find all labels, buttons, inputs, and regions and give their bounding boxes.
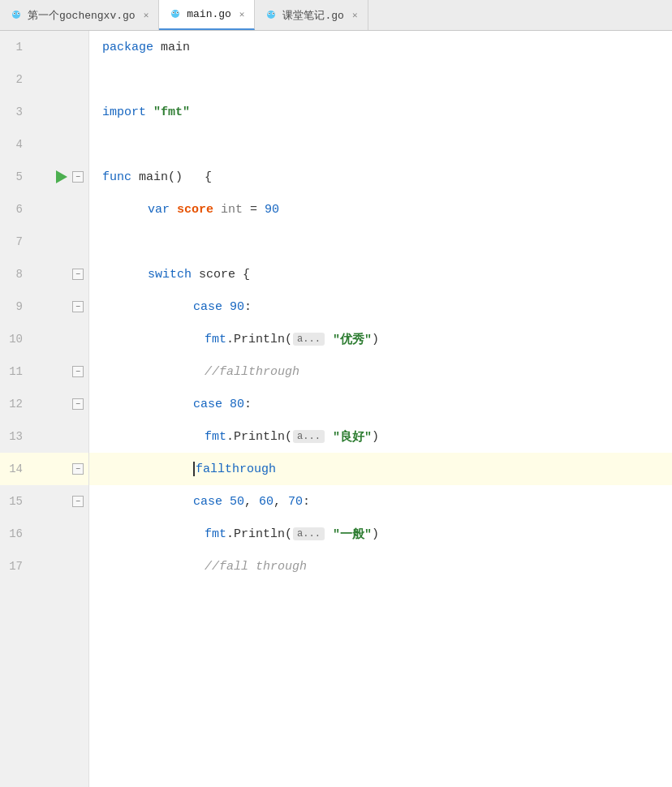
- fold-icon-8[interactable]: −: [72, 269, 84, 280]
- svg-point-14: [274, 12, 274, 13]
- tab-notes-close[interactable]: ✕: [352, 10, 358, 20]
- line-icons-5: −: [31, 170, 88, 183]
- token-5-1: func: [102, 170, 131, 184]
- line-icons-9: −: [31, 301, 88, 312]
- fold-icon-11[interactable]: −: [72, 366, 84, 377]
- code-line-2: [89, 63, 672, 96]
- line-num-15: 15: [0, 495, 31, 508]
- gutter-row-17: 17: [0, 550, 88, 583]
- token-9-4: :: [244, 300, 252, 314]
- token-10-4: (: [285, 333, 292, 346]
- token-13-1: fmt: [205, 430, 226, 444]
- line-num-10: 10: [0, 333, 31, 346]
- line-num-12: 12: [0, 398, 31, 411]
- run-icon-5[interactable]: [56, 170, 67, 183]
- line-num-3: 3: [0, 105, 31, 118]
- gutter-row-7: 7: [0, 226, 88, 258]
- line-icons-14: −: [31, 463, 88, 475]
- token-13-3: Println: [234, 430, 285, 444]
- fold-icon-14[interactable]: −: [72, 463, 84, 475]
- token-6-4: int: [213, 203, 243, 217]
- token-5-3: main: [139, 170, 168, 184]
- svg-point-10: [267, 11, 275, 19]
- code-line-12: case 80:: [89, 388, 672, 420]
- token-16-4: (: [285, 527, 292, 541]
- line-num-14: 14: [0, 462, 31, 475]
- gutter-row-2: 2: [0, 63, 88, 96]
- token-15-4: ,: [244, 495, 259, 509]
- line-num-7: 7: [0, 235, 31, 248]
- token-13-7: ): [372, 430, 379, 444]
- fold-icon-9[interactable]: −: [72, 301, 84, 312]
- line-num-13: 13: [0, 430, 31, 443]
- svg-point-8: [173, 11, 174, 12]
- tab-first[interactable]: 第一个gochengxv.go ✕: [0, 0, 159, 30]
- token-13-6: "良好": [333, 429, 372, 445]
- token-15-2: [222, 495, 230, 509]
- token-9-1: case: [193, 300, 222, 314]
- text-cursor: [193, 462, 195, 476]
- gutter-row-8: 8 −: [0, 258, 88, 290]
- fold-icon-15[interactable]: −: [72, 496, 84, 507]
- token-3-3: "fmt": [153, 105, 190, 119]
- code-content[interactable]: package main import "fmt" func main() { …: [89, 31, 672, 787]
- line-icons-8: −: [31, 269, 88, 280]
- tab-notes-label: 课堂笔记.go: [282, 8, 343, 23]
- fold-icon-5[interactable]: −: [72, 171, 84, 183]
- line-num-1: 1: [0, 41, 31, 54]
- token-8-1: switch: [148, 268, 192, 282]
- token-10-1: fmt: [205, 333, 226, 346]
- token-6-3: score: [177, 203, 213, 217]
- token-16-7: ): [372, 527, 379, 541]
- token-16-2: .: [226, 527, 234, 541]
- token-15-8: :: [303, 495, 310, 509]
- token-12-3: 80: [230, 398, 244, 411]
- line-num-8: 8: [0, 268, 31, 281]
- token-15-3: 50: [230, 495, 244, 509]
- token-12-2: [222, 398, 230, 411]
- gopher-icon-3: [265, 9, 278, 22]
- code-line-13: fmt.Println(a... "良好"): [89, 420, 672, 453]
- token-9-2: [222, 300, 230, 314]
- svg-point-13: [269, 12, 270, 13]
- gutter-row-11: 11 −: [0, 355, 88, 388]
- line-num-17: 17: [0, 560, 31, 573]
- token-15-7: 70: [288, 495, 303, 509]
- token-15-1: case: [193, 495, 222, 509]
- gutter-row-16: 16: [0, 518, 88, 550]
- tab-main[interactable]: main.go ✕: [159, 0, 255, 30]
- token-15-6: ,: [274, 495, 288, 509]
- line-num-16: 16: [0, 527, 31, 540]
- token-10-6: "优秀": [333, 332, 372, 347]
- editor-window: 第一个gochengxv.go ✕ main.go ✕: [0, 0, 672, 787]
- gutter-row-3: 3: [0, 96, 88, 128]
- gutter-row-10: 10: [0, 323, 88, 355]
- code-line-11: //fallthrough: [89, 355, 672, 388]
- code-line-4: [89, 128, 672, 161]
- code-line-6: var score int = 90: [89, 193, 672, 226]
- gutter-row-14: 14 −: [0, 453, 88, 485]
- token-14-1: fallthrough: [196, 462, 276, 476]
- token-10-7: ): [372, 333, 379, 346]
- token-12-4: :: [244, 398, 252, 411]
- token-15-5: 60: [259, 495, 274, 509]
- line-icons-12: −: [31, 398, 88, 410]
- token-6-5: =: [243, 203, 265, 217]
- code-line-8: switch score {: [89, 258, 672, 290]
- token-12-1: case: [193, 398, 222, 411]
- code-line-15: case 50, 60, 70:: [89, 485, 672, 518]
- gopher-icon-2: [169, 8, 182, 21]
- token-17-1: //fall through: [205, 560, 307, 574]
- token-6-1: var: [148, 203, 170, 217]
- line-num-4: 4: [0, 138, 31, 151]
- tab-notes[interactable]: 课堂笔记.go ✕: [255, 0, 368, 30]
- svg-point-9: [177, 11, 178, 12]
- tab-main-close[interactable]: ✕: [239, 9, 245, 19]
- tab-first-close[interactable]: ✕: [144, 10, 149, 20]
- tab-main-label: main.go: [187, 8, 231, 20]
- line-icons-15: −: [31, 496, 88, 507]
- fold-icon-12[interactable]: −: [72, 398, 84, 410]
- token-8-2: score {: [192, 268, 250, 282]
- token-6-2: [170, 203, 177, 217]
- token-9-3: 90: [230, 300, 244, 314]
